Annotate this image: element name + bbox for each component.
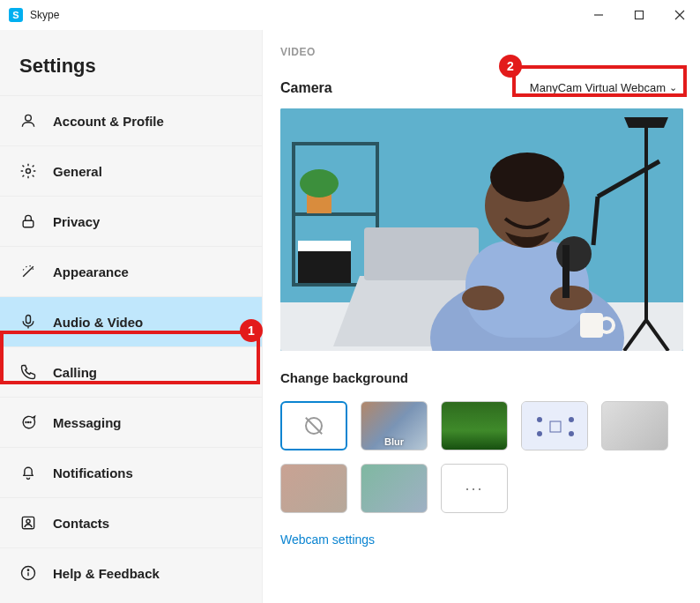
svg-rect-6: [23, 220, 34, 227]
svg-point-46: [569, 431, 574, 436]
svg-point-10: [30, 422, 31, 423]
svg-point-44: [569, 417, 574, 422]
lock-icon: [19, 212, 37, 230]
svg-point-29: [490, 153, 564, 202]
gear-icon: [19, 162, 37, 180]
sidebar-item-label: Appearance: [53, 264, 129, 279]
bell-icon: [19, 464, 37, 481]
pattern-icon: [522, 402, 588, 450]
bg-option-caption: Blur: [361, 436, 427, 447]
sidebar-item-notifications[interactable]: Notifications: [0, 447, 262, 497]
sidebar-item-general[interactable]: General: [0, 145, 262, 196]
svg-rect-22: [298, 248, 351, 283]
bg-option-more[interactable]: ···: [441, 464, 508, 513]
sidebar-item-label: Messaging: [53, 415, 122, 430]
svg-point-12: [26, 519, 30, 523]
phone-icon: [19, 363, 37, 381]
camera-selected-value: ManyCam Virtual Webcam: [530, 81, 666, 94]
close-button[interactable]: [659, 0, 700, 30]
video-section-title: VIDEO: [280, 46, 682, 58]
bg-option-forest[interactable]: [441, 401, 508, 450]
sidebar-item-label: Privacy: [53, 214, 100, 229]
bg-option-pattern[interactable]: [521, 401, 588, 450]
minimize-button[interactable]: [578, 0, 619, 30]
sidebar-item-privacy[interactable]: Privacy: [0, 196, 262, 246]
skype-settings-window: S Skype Settings Account & Profile: [0, 0, 700, 603]
settings-heading: Settings: [19, 55, 262, 78]
maximize-icon: [634, 10, 644, 20]
minimize-icon: [593, 10, 604, 20]
chat-icon: [19, 413, 37, 431]
svg-rect-35: [562, 245, 570, 298]
chevron-down-icon: ⌄: [669, 82, 677, 93]
sidebar-item-contacts[interactable]: Contacts: [0, 497, 262, 547]
bg-option-room1[interactable]: [601, 401, 668, 450]
svg-point-34: [556, 236, 592, 272]
bg-option-room2[interactable]: [280, 464, 347, 513]
svg-point-43: [537, 417, 542, 422]
sidebar-item-help[interactable]: Help & Feedback: [0, 547, 262, 598]
microphone-icon: [19, 313, 37, 331]
webcam-settings-link[interactable]: Webcam settings: [280, 532, 375, 547]
svg-point-21: [300, 169, 339, 197]
svg-rect-7: [26, 316, 31, 324]
sidebar-item-label: Audio & Video: [53, 315, 143, 330]
bg-option-blur[interactable]: Blur: [361, 401, 428, 450]
sidebar-item-calling[interactable]: Calling: [0, 346, 262, 397]
svg-point-45: [537, 431, 542, 436]
svg-point-31: [550, 286, 592, 310]
sidebar-item-messaging[interactable]: Messaging: [0, 397, 262, 447]
camera-select[interactable]: ManyCam Virtual Webcam ⌄: [525, 78, 682, 98]
settings-sidebar: Settings Account & Profile General Priva…: [0, 30, 263, 603]
sidebar-item-label: Contacts: [53, 516, 109, 531]
change-background-title: Change background: [280, 370, 682, 385]
camera-preview: [280, 108, 683, 351]
svg-point-9: [28, 422, 29, 423]
svg-marker-37: [624, 117, 668, 128]
camera-label: Camera: [280, 80, 332, 96]
sidebar-item-label: Account & Profile: [53, 114, 164, 129]
more-label: ···: [465, 480, 483, 498]
skype-logo-icon: S: [9, 8, 23, 22]
svg-point-15: [27, 570, 28, 570]
sidebar-item-label: Help & Feedback: [53, 566, 160, 581]
svg-point-8: [26, 422, 26, 423]
maximize-button[interactable]: [619, 0, 659, 30]
none-icon: [305, 417, 323, 435]
svg-point-4: [26, 115, 32, 121]
contacts-icon: [19, 514, 37, 532]
background-thumbnails: Blur ···: [280, 401, 696, 513]
bg-option-none[interactable]: [280, 401, 347, 450]
svg-rect-25: [364, 227, 479, 280]
sidebar-item-account[interactable]: Account & Profile: [0, 95, 262, 145]
sidebar-item-appearance[interactable]: Appearance: [0, 246, 262, 296]
wand-icon: [19, 263, 37, 280]
sidebar-item-label: General: [53, 164, 102, 179]
svg-rect-1: [636, 11, 644, 19]
svg-point-5: [26, 169, 31, 174]
profile-icon: [19, 112, 37, 130]
app-title: Skype: [30, 9, 59, 21]
window-controls: [578, 0, 700, 30]
sidebar-item-label: Calling: [53, 365, 97, 380]
bg-option-room3[interactable]: [361, 464, 428, 513]
main-panel: VIDEO Camera ManyCam Virtual Webcam ⌄ 2: [263, 30, 700, 603]
svg-point-30: [462, 286, 504, 310]
close-icon: [674, 10, 685, 20]
info-icon: [19, 564, 37, 582]
sidebar-item-label: Notifications: [53, 465, 133, 480]
svg-rect-23: [298, 241, 351, 251]
sidebar-item-audio-video[interactable]: Audio & Video: [0, 296, 262, 346]
svg-rect-42: [522, 402, 588, 450]
camera-preview-illustration: [280, 108, 683, 351]
titlebar: S Skype: [0, 0, 700, 30]
